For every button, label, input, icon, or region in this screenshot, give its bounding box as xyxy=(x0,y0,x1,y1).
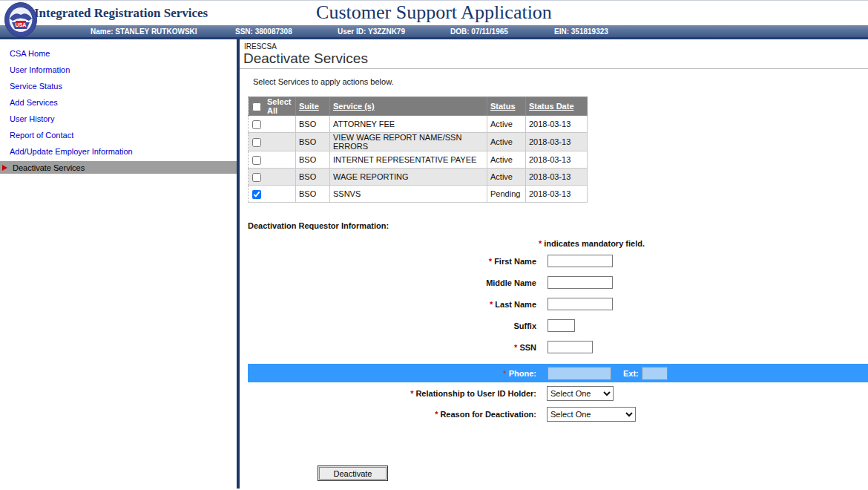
table-row: BSO SSNVS Pending 2018-03-13 xyxy=(249,186,588,203)
suite-cell: BSO xyxy=(296,133,330,151)
status-column-header[interactable]: Status xyxy=(490,102,516,111)
app-title: Customer Support Application xyxy=(0,1,868,24)
status-date-cell: 2018-03-13 xyxy=(526,169,588,186)
status-date-column-header[interactable]: Status Date xyxy=(529,102,574,111)
asterisk-icon: * xyxy=(514,343,517,352)
ext-field[interactable] xyxy=(642,367,668,380)
suffix-label: Suffix xyxy=(513,321,536,330)
middle-name-label: Middle Name xyxy=(486,278,536,287)
row-checkbox[interactable] xyxy=(252,138,261,147)
table-row: BSO WAGE REPORTING Active 2018-03-13 xyxy=(249,169,588,186)
sidebar-nav: CSA Home User Information Service Status… xyxy=(0,39,240,489)
ssn-field[interactable] xyxy=(548,341,593,353)
middle-name-row: Middle Name xyxy=(240,276,868,289)
active-arrow-icon xyxy=(2,165,7,171)
page: USA Integrated Registration Services Cus… xyxy=(0,0,868,490)
status-cell: Active xyxy=(487,169,526,186)
asterisk-icon: * xyxy=(503,369,506,378)
sidebar-active-label: Deactivate Services xyxy=(13,163,85,172)
phone-row-highlight-bar: *Phone: Ext: xyxy=(248,364,868,382)
relationship-label: Relationship to User ID Holder: xyxy=(415,389,536,398)
reason-row: *Reason for Deactivation: Select One xyxy=(240,407,868,422)
mandatory-field-note: *indicates mandatory field. xyxy=(539,239,645,248)
table-row: BSO INTERNET REPRESENTATIVE PAYEE Active… xyxy=(249,151,588,169)
sidebar-item-add-services[interactable]: Add Services xyxy=(0,94,237,111)
table-row: BSO VIEW WAGE REPORT NAME/SSN ERRORS Act… xyxy=(249,133,588,151)
suffix-field[interactable] xyxy=(548,319,575,332)
asterisk-icon: * xyxy=(435,410,438,419)
sidebar-item-add-update-employer-information[interactable]: Add/Update Employer Information xyxy=(0,143,237,160)
last-name-field[interactable] xyxy=(548,298,613,310)
status-cell: Active xyxy=(487,116,526,133)
info-name: Name: STANLEY RUTKOWSKI xyxy=(91,27,197,36)
ssn-row: *SSN xyxy=(240,341,868,353)
suite-cell: BSO xyxy=(296,116,330,133)
row-checkbox[interactable] xyxy=(252,173,261,182)
status-cell: Active xyxy=(487,151,526,169)
asterisk-icon: * xyxy=(489,257,492,266)
services-table: Select All Suite Service (s) Status Stat… xyxy=(248,97,588,203)
row-checkbox[interactable] xyxy=(252,156,261,165)
title-divider xyxy=(240,68,868,69)
instruction-text: Select Services to apply actions below. xyxy=(253,77,394,86)
relationship-select[interactable]: Select One xyxy=(547,386,614,401)
ext-label: Ext: xyxy=(623,369,639,378)
row-checkbox[interactable] xyxy=(252,120,261,129)
status-date-cell: 2018-03-13 xyxy=(526,151,588,169)
first-name-label: First Name xyxy=(494,257,536,266)
select-all-checkbox[interactable] xyxy=(252,102,261,111)
breadcrumb: IRESCSA xyxy=(244,42,277,50)
service-cell: ATTORNEY FEE xyxy=(330,116,487,133)
main-content: IRESCSA Deactivate Services Select Servi… xyxy=(240,39,868,489)
row-checkbox[interactable] xyxy=(252,190,261,199)
suite-cell: BSO xyxy=(296,186,330,203)
info-user-id: User ID: Y3ZZNK79 xyxy=(338,27,405,36)
first-name-row: *First Name xyxy=(240,255,868,267)
ssn-label: SSN xyxy=(519,343,536,352)
suite-column-header[interactable]: Suite xyxy=(299,102,319,111)
sidebar-item-deactivate-services-active[interactable]: Deactivate Services xyxy=(0,161,237,174)
page-title: Deactivate Services xyxy=(243,50,368,67)
sidebar-item-report-of-contact[interactable]: Report of Contact xyxy=(0,127,237,143)
middle-name-field[interactable] xyxy=(548,276,613,289)
service-column-header[interactable]: Service (s) xyxy=(333,102,375,111)
first-name-field[interactable] xyxy=(548,255,613,267)
info-ein: EIN: 351819323 xyxy=(554,27,608,36)
phone-label: Phone: xyxy=(509,369,536,378)
status-date-cell: 2018-03-13 xyxy=(526,133,588,151)
reason-select[interactable]: Select One xyxy=(547,407,636,422)
sidebar-item-user-information[interactable]: User Information xyxy=(0,62,237,78)
info-ssn: SSN: 380087308 xyxy=(235,27,292,36)
last-name-label: Last Name xyxy=(495,300,536,309)
status-date-cell: 2018-03-13 xyxy=(526,186,588,203)
info-dob: DOB: 07/11/1965 xyxy=(450,27,508,36)
reason-label: Reason for Deactivation: xyxy=(440,410,536,419)
deactivate-button[interactable]: Deactivate xyxy=(318,466,388,481)
service-cell: INTERNET REPRESENTATIVE PAYEE xyxy=(330,151,487,169)
status-cell: Active xyxy=(487,133,526,151)
service-cell: WAGE REPORTING xyxy=(330,169,487,186)
top-header: USA Integrated Registration Services Cus… xyxy=(0,1,868,25)
table-row: BSO ATTORNEY FEE Active 2018-03-13 xyxy=(249,116,588,133)
asterisk-icon: * xyxy=(490,300,493,309)
status-cell: Pending xyxy=(487,186,526,203)
sidebar-item-csa-home[interactable]: CSA Home xyxy=(0,45,237,62)
suite-cell: BSO xyxy=(296,169,330,186)
table-header-row: Select All Suite Service (s) Status Stat… xyxy=(249,97,588,116)
deactivation-requestor-section-label: Deactivation Requestor Information: xyxy=(248,221,389,230)
asterisk-icon: * xyxy=(539,239,542,248)
sidebar-item-service-status[interactable]: Service Status xyxy=(0,78,237,94)
relationship-row: *Relationship to User ID Holder: Select … xyxy=(240,386,868,401)
sidebar-item-user-history[interactable]: User History xyxy=(0,111,237,127)
select-all-label: Select All xyxy=(267,97,292,115)
last-name-row: *Last Name xyxy=(240,298,868,310)
suffix-row: Suffix xyxy=(240,319,868,332)
ssa-seal-logo: USA xyxy=(4,2,37,37)
phone-field[interactable] xyxy=(548,367,611,380)
user-info-bar: Name: STANLEY RUTKOWSKI SSN: 380087308 U… xyxy=(0,25,868,39)
status-date-cell: 2018-03-13 xyxy=(526,116,588,133)
service-cell: SSNVS xyxy=(330,186,487,203)
service-cell: VIEW WAGE REPORT NAME/SSN ERRORS xyxy=(330,133,487,151)
seal-usa-text: USA xyxy=(16,22,27,27)
suite-cell: BSO xyxy=(296,151,330,169)
